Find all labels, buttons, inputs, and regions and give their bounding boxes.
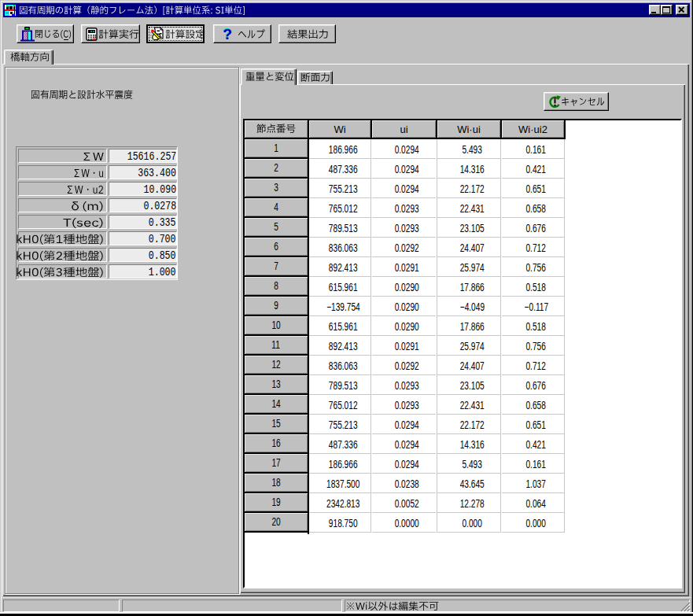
svg-text:?: ?: [223, 26, 233, 42]
